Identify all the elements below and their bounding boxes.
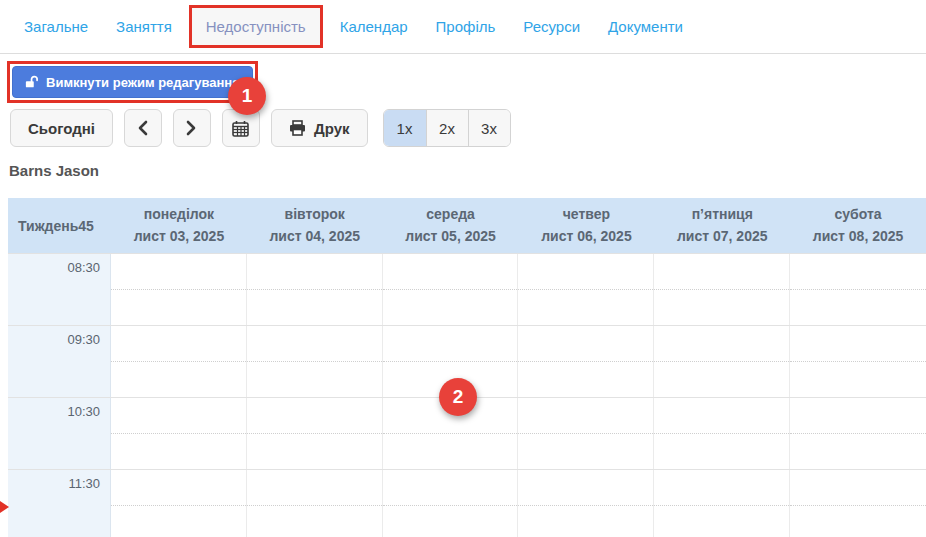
week-number-label: Тиждень45 bbox=[8, 218, 111, 234]
calendar-cell[interactable] bbox=[518, 470, 654, 537]
calendar-cell[interactable] bbox=[518, 326, 654, 397]
time-label: 11:30 bbox=[8, 470, 111, 537]
day-name: субота bbox=[790, 204, 926, 226]
calendar-cell[interactable] bbox=[247, 326, 383, 397]
day-name: четвер bbox=[518, 204, 654, 226]
calendar-cell[interactable] bbox=[111, 254, 247, 325]
zoom-3x-button[interactable]: 3x bbox=[468, 110, 510, 146]
tab-general[interactable]: Загальне bbox=[10, 8, 102, 45]
calendar-cell[interactable] bbox=[790, 326, 926, 397]
tab-documents[interactable]: Документи bbox=[594, 8, 697, 45]
day-date: лист 06, 2025 bbox=[518, 226, 654, 248]
weekly-calendar: Тиждень45 понеділок лист 03, 2025 вівтор… bbox=[8, 198, 926, 537]
day-date: лист 05, 2025 bbox=[383, 226, 519, 248]
calendar-cell[interactable] bbox=[790, 470, 926, 537]
calendar-cell[interactable] bbox=[111, 398, 247, 469]
tab-profile[interactable]: Профіль bbox=[422, 8, 510, 45]
calendar-cell[interactable] bbox=[654, 470, 790, 537]
calendar-cell[interactable] bbox=[111, 326, 247, 397]
calendar-cell[interactable] bbox=[654, 254, 790, 325]
calendar-toolbar: Сьогодні bbox=[10, 109, 926, 147]
zoom-1x-button[interactable]: 1x bbox=[384, 110, 426, 146]
day-date: лист 08, 2025 bbox=[790, 226, 926, 248]
calendar-cell[interactable] bbox=[111, 470, 247, 537]
disable-edit-mode-label: Вимкнути режим редагування bbox=[46, 75, 240, 90]
tab-calendar[interactable]: Календар bbox=[326, 8, 422, 45]
time-label: 08:30 bbox=[8, 254, 111, 325]
day-name: вівторок bbox=[247, 204, 383, 226]
annotation-box-edit-button: Вимкнути режим редагування bbox=[7, 61, 258, 103]
previous-week-button[interactable] bbox=[124, 109, 162, 147]
day-name: понеділок bbox=[111, 204, 247, 226]
annotation-box-active-tab: Недоступність bbox=[189, 5, 323, 48]
time-label: 09:30 bbox=[8, 326, 111, 397]
time-label: 10:30 bbox=[8, 398, 111, 469]
day-name: п’ятниця bbox=[654, 204, 790, 226]
calendar-cell[interactable] bbox=[383, 470, 519, 537]
current-time-marker bbox=[0, 501, 9, 513]
zoom-button-group: 1x 2x 3x bbox=[383, 109, 511, 147]
disable-edit-mode-button[interactable]: Вимкнути режим редагування bbox=[12, 66, 253, 98]
calendar-cell[interactable] bbox=[247, 470, 383, 537]
annotation-step-2-badge: 2 bbox=[439, 378, 477, 416]
calendar-cell[interactable] bbox=[654, 326, 790, 397]
unlock-icon bbox=[25, 75, 39, 89]
calendar-row-1130: 11:30 bbox=[8, 469, 926, 537]
tab-lessons[interactable]: Заняття bbox=[102, 8, 186, 45]
day-header-monday: понеділок лист 03, 2025 bbox=[111, 204, 247, 247]
calendar-header-row: Тиждень45 понеділок лист 03, 2025 вівтор… bbox=[8, 198, 926, 253]
print-button[interactable]: Друк bbox=[271, 109, 368, 147]
calendar-cell[interactable] bbox=[518, 398, 654, 469]
calendar-cell[interactable] bbox=[518, 254, 654, 325]
tab-unavailability[interactable]: Недоступність bbox=[192, 8, 320, 45]
calendar-cell[interactable] bbox=[247, 254, 383, 325]
calendar-row-0830: 08:30 bbox=[8, 253, 926, 325]
chevron-right-icon bbox=[186, 120, 197, 136]
print-icon bbox=[289, 120, 306, 136]
tab-resources[interactable]: Ресурси bbox=[509, 8, 594, 45]
today-button[interactable]: Сьогодні bbox=[10, 109, 113, 147]
zoom-2x-button[interactable]: 2x bbox=[426, 110, 468, 146]
day-date: лист 03, 2025 bbox=[111, 226, 247, 248]
day-header-tuesday: вівторок лист 04, 2025 bbox=[247, 204, 383, 247]
day-header-saturday: субота лист 08, 2025 bbox=[790, 204, 926, 247]
calendar-cell[interactable] bbox=[383, 254, 519, 325]
calendar-cell[interactable] bbox=[790, 254, 926, 325]
unavailability-page: Загальне Заняття Недоступність Календар … bbox=[0, 0, 926, 537]
chevron-left-icon bbox=[137, 120, 148, 136]
day-header-wednesday: середа лист 05, 2025 bbox=[383, 204, 519, 247]
calendar-icon bbox=[232, 120, 249, 137]
next-week-button[interactable] bbox=[173, 109, 211, 147]
edit-mode-row: Вимкнути режим редагування bbox=[7, 61, 926, 103]
print-label: Друк bbox=[314, 120, 350, 137]
person-name: Barns Jason bbox=[9, 162, 926, 179]
day-date: лист 04, 2025 bbox=[247, 226, 383, 248]
calendar-cell[interactable] bbox=[247, 398, 383, 469]
tab-bar: Загальне Заняття Недоступність Календар … bbox=[0, 0, 926, 54]
day-header-friday: п’ятниця лист 07, 2025 bbox=[654, 204, 790, 247]
day-header-thursday: четвер лист 06, 2025 bbox=[518, 204, 654, 247]
date-picker-button[interactable] bbox=[222, 109, 260, 147]
calendar-cell[interactable] bbox=[654, 398, 790, 469]
day-date: лист 07, 2025 bbox=[654, 226, 790, 248]
calendar-cell[interactable] bbox=[790, 398, 926, 469]
annotation-step-1-badge: 1 bbox=[228, 77, 266, 115]
day-name: середа bbox=[383, 204, 519, 226]
